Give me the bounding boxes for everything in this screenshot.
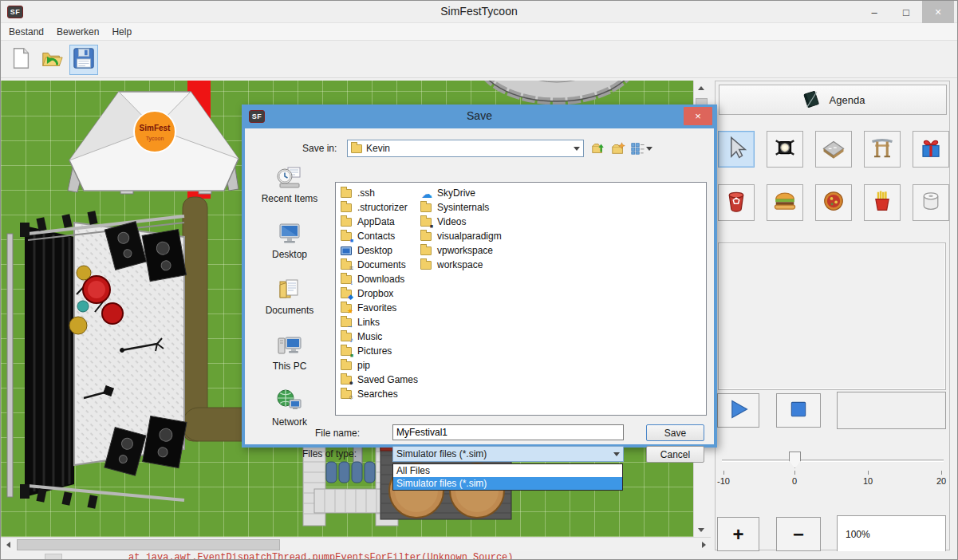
zoom-in-button[interactable]: + xyxy=(717,517,759,551)
tool-burger-button[interactable] xyxy=(767,184,803,221)
file-list[interactable]: .ssh.structorizerAppDataContactsDesktopD… xyxy=(335,182,707,416)
filetype-dropdown: All FilesSimulator files (*.sim) xyxy=(392,463,623,491)
filetype-option[interactable]: All Files xyxy=(393,464,622,477)
save-in-label: Save in: xyxy=(302,143,337,154)
up-one-level-button[interactable] xyxy=(589,140,607,156)
horizontal-scrollbar[interactable] xyxy=(1,537,711,551)
menu-bestand[interactable]: Bestand xyxy=(9,26,44,37)
tool-trash-button[interactable] xyxy=(718,184,755,221)
folder-icon xyxy=(341,218,352,227)
tool-gift-button[interactable] xyxy=(913,131,949,168)
menu-help[interactable]: Help xyxy=(112,26,132,37)
file-item[interactable]: Desktop xyxy=(341,243,420,258)
desktop-icon xyxy=(341,246,352,255)
tool-spotlight-button[interactable] xyxy=(767,131,803,168)
documents-folder-icon xyxy=(276,292,303,303)
files-of-type-value: Simulator files (*.sim) xyxy=(396,448,487,459)
filetype-option[interactable]: Simulator files (*.sim) xyxy=(393,477,622,490)
file-item-label: SkyDrive xyxy=(437,187,475,199)
new-file-button[interactable] xyxy=(6,45,35,75)
dialog-titlebar[interactable]: SF Save × xyxy=(242,105,717,128)
tool-toilet-paper-button[interactable] xyxy=(913,184,949,221)
sidebar-documents[interactable]: Documents xyxy=(253,277,326,316)
save-floppy-icon xyxy=(72,46,96,73)
save-in-combo[interactable]: Kevin xyxy=(347,140,584,157)
close-button[interactable]: × xyxy=(922,1,954,23)
file-item[interactable]: workspace xyxy=(420,258,500,272)
file-item[interactable]: visualparadigm xyxy=(420,229,500,243)
stop-icon xyxy=(788,399,809,423)
scroll-left-button[interactable] xyxy=(1,538,15,552)
agenda-button[interactable]: Agenda xyxy=(719,85,947,115)
file-item[interactable]: .ssh xyxy=(341,186,420,200)
file-item[interactable]: Downloads xyxy=(341,272,420,286)
scroll-right-button[interactable] xyxy=(696,538,711,552)
tool-road-button[interactable] xyxy=(815,131,852,168)
downloads-icon xyxy=(341,275,352,284)
sidebar-item-label: Desktop xyxy=(253,249,326,260)
file-item[interactable]: pip xyxy=(341,358,420,373)
file-item-label: Sysinternals xyxy=(437,202,489,213)
tool-cursor-button[interactable] xyxy=(718,131,755,168)
file-item[interactable]: Sysinternals xyxy=(420,200,500,215)
file-item[interactable]: vpworkspace xyxy=(420,243,500,258)
file-item[interactable]: Searches xyxy=(341,387,420,401)
maximize-button[interactable]: □ xyxy=(890,1,922,23)
gift-icon xyxy=(919,136,943,163)
file-item-label: visualparadigm xyxy=(437,231,502,242)
road-icon xyxy=(822,136,846,163)
slider-label: 0 xyxy=(792,476,797,486)
open-file-button[interactable] xyxy=(37,45,66,75)
file-item[interactable]: Music xyxy=(341,329,420,344)
zoom-out-button[interactable]: − xyxy=(776,517,821,551)
menu-bewerken[interactable]: Bewerken xyxy=(57,26,99,37)
file-item[interactable]: AppData xyxy=(341,215,420,229)
slider-label: 20 xyxy=(936,476,946,486)
cancel-button[interactable]: Cancel xyxy=(646,446,704,463)
file-name-input[interactable] xyxy=(392,424,624,440)
scroll-down-button[interactable] xyxy=(694,523,708,537)
fries-icon xyxy=(870,189,894,216)
sidebar-network[interactable]: Network xyxy=(253,388,326,428)
status-box xyxy=(837,392,946,429)
chevron-down-icon xyxy=(646,147,652,151)
tool-pizza-button[interactable] xyxy=(815,184,852,221)
slider-tick xyxy=(794,471,795,475)
file-item[interactable]: Pictures xyxy=(341,344,420,358)
play-button[interactable] xyxy=(717,393,759,428)
network-icon xyxy=(276,404,303,415)
dialog-close-button[interactable]: × xyxy=(684,107,712,125)
file-item-label: .structorizer xyxy=(357,202,408,213)
this-pc-icon xyxy=(276,348,303,359)
sidebar-recent-items[interactable]: Recent Items xyxy=(253,165,326,204)
slider-thumb[interactable] xyxy=(789,452,801,468)
scroll-up-button[interactable] xyxy=(694,81,708,95)
sidebar-desktop[interactable]: Desktop xyxy=(253,221,326,260)
folder-icon xyxy=(420,246,432,255)
file-item[interactable]: SkyDrive xyxy=(420,186,500,200)
horizontal-scroll-thumb[interactable] xyxy=(17,539,280,550)
file-item[interactable]: Videos xyxy=(420,215,500,229)
file-name-label: File name: xyxy=(315,428,360,439)
file-item[interactable]: Links xyxy=(341,315,420,329)
file-item[interactable]: Contacts xyxy=(341,229,420,243)
save-file-button[interactable] xyxy=(69,45,98,75)
sidebar-this-pc[interactable]: This PC xyxy=(253,333,326,372)
files-of-type-combo[interactable]: Simulator files (*.sim) xyxy=(392,446,624,462)
file-item[interactable]: Favorites xyxy=(341,301,420,315)
tool-gate-button[interactable] xyxy=(864,131,901,168)
file-item[interactable]: .structorizer xyxy=(341,200,420,215)
new-folder-button[interactable] xyxy=(609,140,627,156)
agenda-label: Agenda xyxy=(830,94,865,106)
file-item[interactable]: Documents xyxy=(341,258,420,272)
minus-icon: − xyxy=(793,525,804,544)
save-button[interactable]: Save xyxy=(646,424,704,441)
file-item[interactable]: Saved Games xyxy=(341,373,420,387)
zoom-level-field[interactable]: 100% xyxy=(837,515,946,553)
stop-button[interactable] xyxy=(776,393,821,428)
view-menu-button[interactable] xyxy=(629,140,653,156)
file-item[interactable]: Dropbox xyxy=(341,286,420,301)
minimize-button[interactable]: – xyxy=(858,1,890,23)
tool-fries-button[interactable] xyxy=(864,184,901,221)
slider-track[interactable] xyxy=(722,459,944,462)
